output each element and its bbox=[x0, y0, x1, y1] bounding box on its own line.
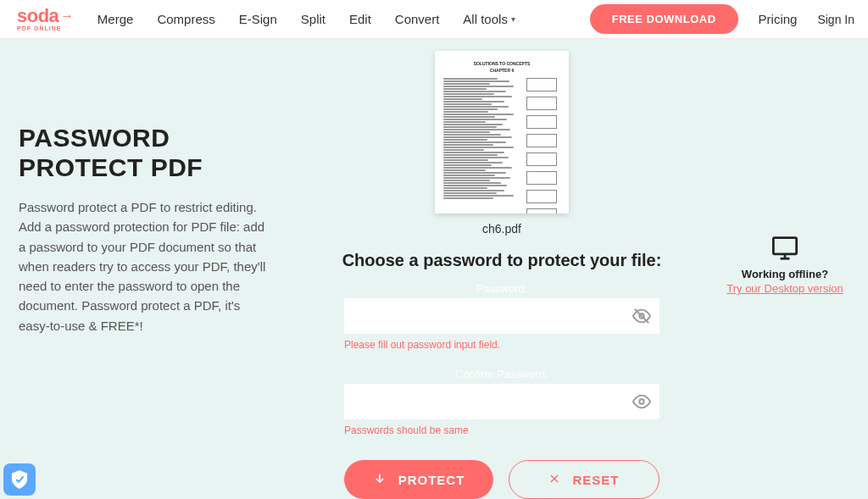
logo-arrow-icon: → bbox=[60, 9, 74, 23]
page-description: Password protect a PDF to restrict editi… bbox=[19, 197, 273, 335]
left-column: PASSWORD PROTECT PDF Password protect a … bbox=[0, 39, 288, 499]
offline-heading: Working offline? bbox=[715, 268, 854, 280]
logo-subtext: PDF ONLINE bbox=[17, 25, 74, 31]
pricing-link[interactable]: Pricing bbox=[759, 12, 798, 26]
nav-convert[interactable]: Convert bbox=[395, 12, 440, 26]
chevron-down-icon: ▾ bbox=[511, 14, 515, 24]
logo-text: soda bbox=[17, 7, 58, 25]
security-shield-badge[interactable] bbox=[3, 463, 36, 496]
protect-button-label: PROTECT bbox=[398, 473, 465, 487]
file-name: ch6.pdf bbox=[482, 222, 521, 236]
thumb-heading2: CHAPTER 6 bbox=[443, 68, 560, 73]
center-column: SOLUTIONS TO CONCEPTS CHAPTER 6 ch6.pdf … bbox=[288, 39, 715, 499]
confirm-password-error: Passwords should be same bbox=[344, 424, 659, 436]
free-download-button[interactable]: FREE DOWNLOAD bbox=[590, 4, 738, 34]
nav-split[interactable]: Split bbox=[301, 12, 326, 26]
form-heading: Choose a password to protect your file: bbox=[342, 251, 662, 270]
toggle-confirm-visibility-icon[interactable] bbox=[632, 392, 651, 411]
logo[interactable]: soda→ PDF ONLINE bbox=[17, 7, 74, 31]
header-right: FREE DOWNLOAD Pricing Sign In bbox=[590, 4, 854, 34]
page-title: PASSWORD PROTECT PDF bbox=[19, 124, 288, 182]
protect-button[interactable]: PROTECT bbox=[344, 460, 493, 499]
toggle-password-visibility-icon[interactable] bbox=[632, 307, 651, 325]
desktop-version-link[interactable]: Try our Desktop version bbox=[715, 282, 854, 295]
password-input[interactable] bbox=[344, 298, 659, 334]
nav-all-tools[interactable]: All tools ▾ bbox=[463, 12, 515, 26]
page-title-line2: PROTECT PDF bbox=[19, 153, 203, 181]
nav-merge[interactable]: Merge bbox=[97, 12, 134, 26]
svg-rect-6 bbox=[773, 238, 796, 254]
close-icon bbox=[548, 473, 560, 487]
right-column: Working offline? Try our Desktop version bbox=[715, 39, 868, 499]
top-nav: Merge Compress E-Sign Split Edit Convert… bbox=[97, 12, 590, 26]
confirm-password-label: Confirm Password: bbox=[344, 368, 659, 380]
thumb-heading1: SOLUTIONS TO CONCEPTS bbox=[443, 61, 560, 66]
sign-in-link[interactable]: Sign In bbox=[817, 13, 854, 26]
main-content: PASSWORD PROTECT PDF Password protect a … bbox=[0, 39, 868, 499]
file-thumbnail: SOLUTIONS TO CONCEPTS CHAPTER 6 bbox=[435, 51, 569, 213]
password-error: Please fill out password input field. bbox=[344, 339, 659, 351]
nav-compress[interactable]: Compress bbox=[157, 12, 214, 26]
password-label: Password: bbox=[344, 282, 659, 295]
password-form: Password: Please fill out password input… bbox=[344, 282, 659, 499]
header: soda→ PDF ONLINE Merge Compress E-Sign S… bbox=[0, 0, 868, 39]
nav-edit[interactable]: Edit bbox=[349, 12, 371, 26]
svg-point-2 bbox=[639, 399, 644, 404]
nav-all-tools-label: All tools bbox=[463, 12, 508, 26]
download-arrow-icon bbox=[373, 472, 387, 488]
page-title-line1: PASSWORD bbox=[19, 124, 170, 152]
reset-button[interactable]: RESET bbox=[509, 460, 659, 499]
monitor-icon bbox=[715, 236, 854, 261]
reset-button-label: RESET bbox=[572, 473, 619, 487]
nav-esign[interactable]: E-Sign bbox=[239, 12, 277, 26]
confirm-password-input[interactable] bbox=[344, 384, 659, 419]
